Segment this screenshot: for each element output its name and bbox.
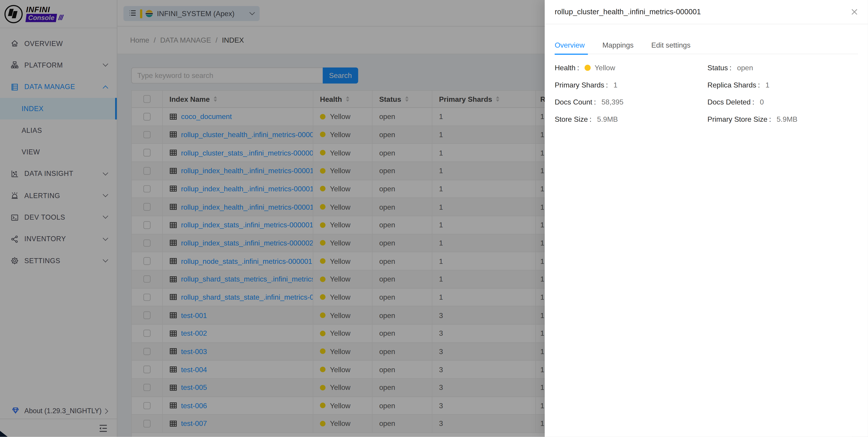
field-value: Yellow bbox=[595, 64, 615, 72]
field: Health : Yellow bbox=[555, 64, 707, 72]
field-label: Primary Shards bbox=[555, 81, 604, 89]
tab-mappings[interactable]: Mappings bbox=[602, 41, 633, 49]
field-value: 5.9MB bbox=[777, 115, 798, 124]
field-value: 58,395 bbox=[601, 98, 623, 106]
tab-overview[interactable]: Overview bbox=[555, 41, 585, 49]
field-label: Replica Shards bbox=[707, 81, 756, 89]
drawer-title: rollup_cluster_health_.infini_metrics-00… bbox=[555, 8, 701, 16]
active-tab-indicator bbox=[555, 53, 588, 55]
field-label: Primary Store Size bbox=[707, 115, 767, 124]
app-root: INFINI Console/// OVERVIEW PLATFORM DATA… bbox=[0, 0, 868, 437]
tabbar-divider bbox=[555, 54, 858, 54]
close-icon[interactable] bbox=[850, 8, 858, 15]
field: Docs Deleted : 0 bbox=[707, 98, 858, 106]
field-label: Health bbox=[555, 64, 576, 72]
overview-fields: Health : Yellow Status : open Primary Sh… bbox=[555, 59, 858, 128]
index-detail-drawer: rollup_cluster_health_.infini_metrics-00… bbox=[545, 0, 868, 437]
field-label: Docs Count bbox=[555, 98, 592, 106]
tab-edit-settings[interactable]: Edit settings bbox=[651, 41, 690, 49]
field: Primary Shards : 1 bbox=[555, 81, 707, 89]
health-dot bbox=[585, 65, 591, 71]
field-value: 5.9MB bbox=[597, 115, 618, 124]
field-label: Docs Deleted bbox=[707, 98, 750, 106]
field-value: 0 bbox=[760, 98, 764, 106]
field: Replica Shards : 1 bbox=[707, 81, 858, 89]
drawer-header: rollup_cluster_health_.infini_metrics-00… bbox=[545, 0, 868, 24]
field-label: Store Size bbox=[555, 115, 588, 124]
field: Docs Count : 58,395 bbox=[555, 98, 707, 106]
field-value: 1 bbox=[766, 81, 770, 89]
field: Status : open bbox=[707, 64, 858, 72]
field-value: open bbox=[737, 64, 753, 72]
field-label: Status bbox=[707, 64, 728, 72]
field: Store Size : 5.9MB bbox=[555, 115, 707, 124]
drawer-tabbar: Overview Mappings Edit settings bbox=[545, 24, 868, 54]
field-value: 1 bbox=[614, 81, 618, 89]
field: Primary Store Size : 5.9MB bbox=[707, 115, 858, 124]
